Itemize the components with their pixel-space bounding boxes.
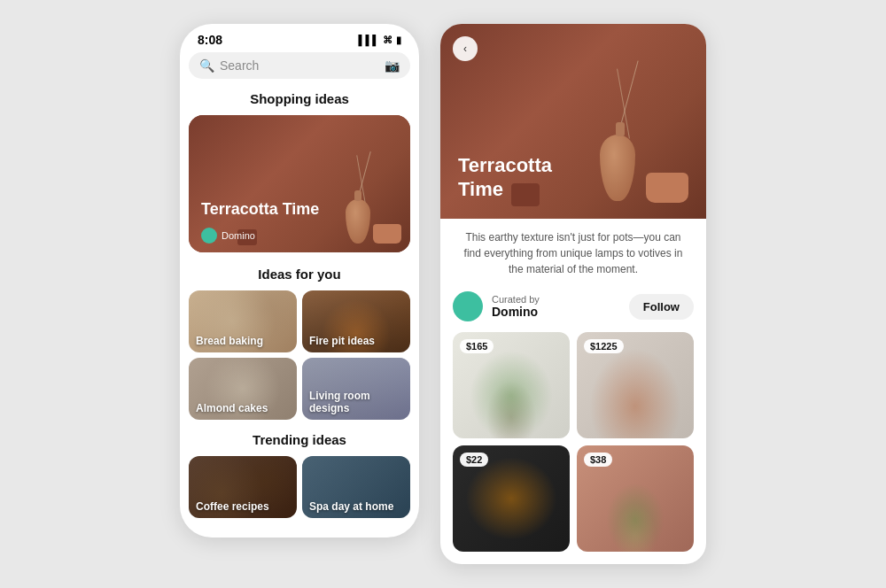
product-price: $38 bbox=[584, 453, 612, 467]
signal-icon: ▌▌▌ bbox=[359, 35, 379, 45]
hero-title: Terracotta Time bbox=[201, 200, 319, 219]
search-bar[interactable]: 🔍 Search 📷 bbox=[189, 52, 410, 79]
product-price: $165 bbox=[460, 339, 494, 353]
list-item[interactable]: Coffee recipes bbox=[189, 456, 297, 518]
list-item[interactable]: Living room designs bbox=[302, 358, 410, 420]
back-button[interactable]: ‹ bbox=[453, 36, 478, 61]
bread-baking-label: Bread baking bbox=[189, 329, 270, 352]
trending-section-title: Trending ideas bbox=[189, 432, 410, 447]
ideas-grid: Bread baking Fire pit ideas Almond cakes… bbox=[189, 290, 410, 420]
spa-day-label: Spa day at home bbox=[302, 495, 400, 518]
detail-pot bbox=[646, 173, 688, 203]
pot-decoration bbox=[373, 224, 401, 244]
hero-author-name: Domino bbox=[222, 230, 255, 241]
fire-pit-label: Fire pit ideas bbox=[302, 329, 382, 352]
detail-hero-text: Terracotta Time bbox=[458, 154, 582, 201]
follow-button[interactable]: Follow bbox=[629, 294, 694, 320]
product-card[interactable]: $1225 bbox=[577, 332, 694, 438]
product-price: $1225 bbox=[584, 339, 624, 353]
product-price: $22 bbox=[460, 453, 488, 467]
hero-avatar bbox=[201, 228, 217, 244]
curator-row: Curated by Domino Follow bbox=[440, 281, 706, 332]
detail-panel: ‹ Terracotta Time This earthy texture is… bbox=[440, 24, 706, 564]
product-card[interactable]: $38 bbox=[577, 445, 694, 552]
trending-grid: Coffee recipes Spa day at home bbox=[189, 456, 410, 518]
camera-icon[interactable]: 📷 bbox=[385, 58, 400, 73]
status-time: 8:08 bbox=[198, 33, 222, 47]
phone-content: 🔍 Search 📷 Shopping ideas Terracotta Tim… bbox=[180, 52, 419, 530]
list-item[interactable]: Spa day at home bbox=[302, 456, 410, 518]
battery-icon: ▮ bbox=[396, 35, 401, 46]
search-input[interactable]: Search bbox=[220, 58, 379, 73]
product-card[interactable]: $165 bbox=[453, 332, 570, 438]
list-item[interactable]: Almond cakes bbox=[189, 358, 297, 420]
curated-by-text: Curated by bbox=[492, 294, 620, 305]
phone-frame: 8:08 ▌▌▌ ⌘ ▮ 🔍 Search 📷 Shopping ideas bbox=[180, 24, 419, 538]
living-room-label: Living room designs bbox=[302, 384, 410, 420]
curator-name: Domino bbox=[492, 305, 620, 319]
search-icon: 🔍 bbox=[199, 58, 214, 73]
curator-avatar bbox=[453, 291, 483, 321]
coffee-recipes-label: Coffee recipes bbox=[189, 495, 276, 518]
product-grid: $165 $1225 $22 $38 bbox=[440, 332, 706, 564]
curator-info: Curated by Domino bbox=[492, 294, 620, 319]
shopping-ideas-title: Shopping ideas bbox=[189, 91, 410, 106]
detail-vase-neck bbox=[616, 122, 625, 136]
almond-cakes-label: Almond cakes bbox=[189, 397, 275, 420]
detail-description: This earthy texture isn't just for pots—… bbox=[440, 219, 706, 281]
hero-card[interactable]: Terracotta Time Domino bbox=[189, 115, 410, 252]
detail-hero-title: Terracotta Time bbox=[458, 154, 582, 201]
detail-hero: ‹ Terracotta Time bbox=[440, 24, 706, 219]
status-bar: 8:08 ▌▌▌ ⌘ ▮ bbox=[180, 24, 419, 52]
vase-neck bbox=[354, 190, 361, 201]
status-icons: ▌▌▌ ⌘ ▮ bbox=[359, 35, 401, 46]
product-card[interactable]: $22 bbox=[453, 445, 570, 552]
list-item[interactable]: Fire pit ideas bbox=[302, 290, 410, 352]
ideas-section-title: Ideas for you bbox=[189, 267, 410, 282]
detail-vase bbox=[600, 135, 635, 201]
wifi-icon: ⌘ bbox=[383, 35, 392, 46]
list-item[interactable]: Bread baking bbox=[189, 290, 297, 352]
hero-author: Domino bbox=[201, 228, 255, 244]
